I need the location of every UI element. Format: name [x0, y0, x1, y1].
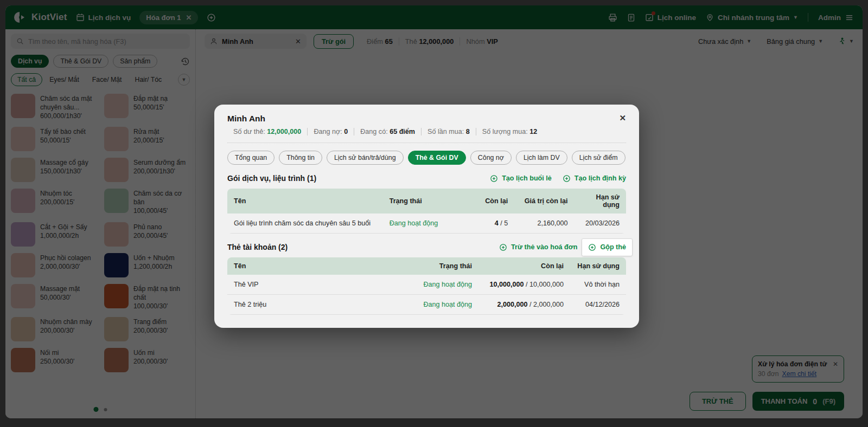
cards-table: Tên Trạng thái Còn lại Hạn sử dụng Thẻ V…	[227, 257, 626, 315]
package-row[interactable]: Gói liệu trình chăm sóc da chuyên sâu 5 …	[227, 214, 626, 234]
plus-circle-icon	[588, 243, 596, 251]
modal-stat: Số lần mua: 8	[421, 128, 476, 135]
plus-circle-icon	[490, 174, 498, 183]
packages-section-title: Gói dịch vụ, liệu trình (1)	[227, 174, 316, 183]
modal-tab[interactable]: Lịch sử điểm	[572, 151, 626, 165]
merge-card-link[interactable]: Gộp thẻ	[582, 239, 632, 256]
modal-stat: Số dư thẻ: 12,000,000	[227, 128, 307, 135]
packages-table: Tên Trạng thái Còn lại Giá trị còn lại H…	[227, 189, 626, 234]
card-row[interactable]: Thẻ VIP Đang hoạt động 10,000,000 / 10,0…	[227, 275, 626, 295]
plus-circle-icon	[563, 174, 571, 183]
modal-tab[interactable]: Lịch sử bán/trả/dùng	[327, 151, 404, 165]
plus-circle-icon	[499, 243, 507, 251]
modal-customer-stats: Số dư thẻ: 12,000,000Đang nợ: 0Đang có: …	[227, 128, 626, 135]
deduct-card-link[interactable]: Trừ thẻ vào hoá đơn	[499, 243, 577, 251]
create-single-session-link[interactable]: Tạo lịch buổi lẻ	[490, 174, 552, 183]
modal-tab[interactable]: Công nợ	[470, 151, 512, 165]
modal-stat: Số lượng mua: 12	[476, 128, 543, 135]
modal-tab[interactable]: Thông tin	[279, 151, 322, 165]
modal-stat: Đang nợ: 0	[307, 128, 354, 135]
modal-tab[interactable]: Tổng quan	[227, 151, 275, 165]
cards-section-title: Thẻ tài khoản (2)	[227, 243, 288, 251]
modal-tabs: Tổng quanThông tinLịch sử bán/trả/dùngTh…	[227, 151, 626, 165]
modal-tab[interactable]: Thẻ & Gói DV	[408, 151, 466, 165]
close-modal-icon[interactable]: ✕	[619, 114, 626, 122]
create-recurring-link[interactable]: Tạo lịch định kỳ	[563, 174, 626, 183]
card-row[interactable]: Thẻ 2 triệu Đang hoạt động 2,000,000 / 2…	[227, 295, 626, 315]
divider	[227, 143, 626, 143]
modal-tab[interactable]: Lịch làm DV	[516, 151, 567, 165]
modal-title: Minh Anh	[227, 114, 265, 124]
customer-detail-modal: Minh Anh ✕ Số dư thẻ: 12,000,000Đang nợ:…	[214, 105, 639, 328]
modal-stat: Đang có: 65 điểm	[354, 128, 421, 135]
